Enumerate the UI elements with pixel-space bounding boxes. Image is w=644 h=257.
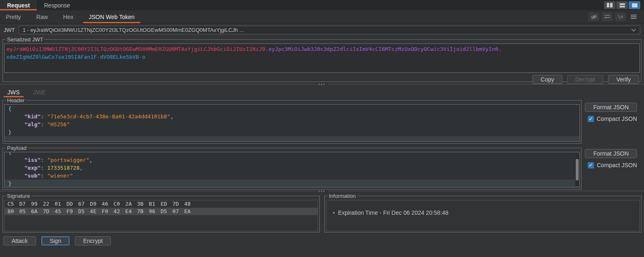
columns-layout-icon: [610, 3, 613, 7]
payload-json-editor[interactable]: { "iss":"portswigger", "exp":1733518728,…: [4, 152, 580, 187]
layout-columns-button[interactable]: [604, 1, 615, 9]
code-line: "sub":"wiener": [5, 172, 579, 180]
header-section: Header { "kid":"71e5e3cd-4cb7-438e-8a01-…: [2, 97, 582, 144]
header-format-json-button[interactable]: Format JSON: [585, 103, 637, 112]
tab-pretty[interactable]: Pretty: [0, 10, 27, 23]
header-row: Header { "kid":"71e5e3cd-4cb7-438e-8a01-…: [0, 97, 644, 144]
code-line: }: [5, 128, 579, 136]
single-pane-icon: [632, 3, 637, 7]
jwt-selector-dropdown[interactable]: 1 - eyJraWQiOiI3MWU1ZTNjZC00Y2I3LTQzOGUt…: [19, 26, 640, 34]
compact-json-label: Compact JSON: [597, 115, 637, 122]
compact-json-label: Compact JSON: [597, 162, 637, 168]
show-newlines-button[interactable]: \n: [615, 12, 626, 21]
attack-button[interactable]: Attack: [3, 236, 36, 245]
rows-layout-icon: [620, 3, 625, 7]
signature-hex-row[interactable]: C5 D7 99 22 01 DD 67 D9 46 C0 2A 3B B1 E…: [5, 200, 318, 208]
tab-jwe[interactable]: JWE: [30, 87, 50, 97]
jwt-signature-part: xdeZIgHdZ9lGwCo7se19SIAFan1F-dVO8ELke5bV…: [6, 54, 146, 60]
splitter-handle[interactable]: •••: [0, 82, 644, 87]
information-list: • Expiration Time - Fri Dec 06 2024 20:5…: [326, 200, 640, 231]
serialized-jwt-section: Serialized JWT eyJraWQiOiI3MWU1ZTNjZC00Y…: [2, 36, 642, 82]
current-line-highlight: }: [5, 180, 579, 187]
payload-row: Payload { "iss":"portswigger", "exp":173…: [0, 144, 644, 190]
payload-legend: Payload: [6, 145, 28, 151]
code-line: "exp":1733518728,: [5, 164, 579, 172]
current-line-highlight: [5, 136, 579, 142]
code-line: "kid":"71e5e3cd-4cb7-438e-8a01-42a4dd410…: [5, 113, 579, 120]
splitter-grip-dots: •••: [316, 82, 328, 87]
payload-format-json-button[interactable]: Format JSON: [585, 149, 637, 158]
bullet-icon: •: [333, 210, 335, 216]
checkbox-checked-icon: ✓: [588, 162, 594, 168]
jwt-line-1: eyJraWQiOiI3MWU1ZTNjZC00Y2I3LTQzOGUtOGEw…: [6, 45, 638, 53]
newline-icon: \n: [618, 14, 623, 19]
soft-wrap-button[interactable]: [602, 12, 613, 21]
payload-controls: Format JSON ✓ Compact JSON: [584, 144, 644, 168]
code-line: {: [5, 105, 579, 113]
serialized-jwt-legend: Serialized JWT: [6, 36, 44, 43]
code-line: "alg":"HS256": [5, 120, 579, 128]
jwt-line-2: xdeZIgHdZ9lGwCo7se19SIAFan1F-dVO8ELke5bV…: [6, 53, 638, 61]
splitter-grip-dots: •••: [316, 190, 328, 193]
payload-compact-json-checkbox[interactable]: ✓ Compact JSON: [588, 162, 637, 168]
hamburger-menu-icon: [631, 14, 637, 19]
tab-jws[interactable]: JWS: [4, 87, 24, 97]
jwt-payload-part: eyJpc3MiOiJwb3J0c3dpZ2dlciIsImV4cCI6MTcz…: [268, 46, 498, 52]
payload-section: Payload { "iss":"portswigger", "exp":173…: [2, 145, 582, 190]
jwt-selected-value: 1 - eyJraWQiOiI3MWU1ZTNjZC00Y2I3LTQzOGUt…: [23, 27, 244, 33]
checkbox-checked-icon: ✓: [588, 116, 594, 122]
signature-legend: Signature: [6, 193, 31, 199]
hide-nonprintable-button[interactable]: [589, 12, 599, 21]
jwt-editor-window: Request Response Pretty Raw Hex JSON Web…: [0, 0, 644, 257]
jwt-separator-dot: .: [265, 46, 268, 52]
word-wrap-icon: [604, 14, 610, 19]
serialized-jwt-editor[interactable]: eyJraWQiOiI3MWU1ZTNjZC00Y2I3LTQzOGUtOGEw…: [4, 43, 640, 73]
tab-raw[interactable]: Raw: [31, 10, 54, 23]
jws-jwe-tab-bar: JWS JWE: [0, 87, 644, 97]
information-item: • Expiration Time - Fri Dec 06 2024 20:5…: [326, 200, 639, 216]
layout-single-pane-button[interactable]: [629, 1, 640, 9]
eye-off-icon: [591, 14, 597, 20]
editor-toolbar: \n: [589, 10, 644, 23]
jwt-selector-row: JWT 1 - eyJraWQiOiI3MWU1ZTNjZC00Y2I3LTQz…: [0, 24, 644, 36]
code-line: "iss":"portswigger",: [5, 156, 579, 164]
layout-view-buttons: [604, 0, 644, 10]
editor-menu-button[interactable]: [628, 12, 639, 21]
chevron-down-icon: [631, 29, 636, 31]
code-line: {: [5, 152, 579, 156]
information-legend: Information: [328, 193, 357, 199]
columns-layout-icon: [607, 3, 609, 7]
header-legend: Header: [6, 97, 26, 103]
signature-hex-view[interactable]: C5 D7 99 22 01 DD 67 D9 46 C0 2A 3B B1 E…: [4, 200, 318, 231]
information-section: Information • Expiration Time - Fri Dec …: [324, 193, 642, 233]
message-tab-bar: Request Response: [0, 0, 644, 10]
expiration-time-text: Expiration Time - Fri Dec 06 2024 20:58:…: [338, 209, 448, 216]
jwt-separator-dot: .: [498, 46, 502, 52]
layout-rows-button[interactable]: [616, 1, 628, 9]
payload-scrollbar[interactable]: [575, 153, 579, 186]
sign-button[interactable]: Sign: [41, 236, 69, 245]
header-compact-json-checkbox[interactable]: ✓ Compact JSON: [588, 115, 637, 122]
header-json-editor[interactable]: { "kid":"71e5e3cd-4cb7-438e-8a01-42a4dd4…: [4, 104, 580, 142]
tab-request[interactable]: Request: [0, 0, 37, 10]
action-button-row: Attack Sign Encrypt: [0, 233, 644, 249]
signature-information-row: Signature C5 D7 99 22 01 DD 67 D9 46 C0 …: [2, 193, 642, 233]
header-controls: Format JSON ✓ Compact JSON: [584, 97, 644, 122]
signature-section: Signature C5 D7 99 22 01 DD 67 D9 46 C0 …: [2, 193, 320, 233]
payload-scrolled-content: { "iss":"portswigger", "exp":1733518728,…: [5, 152, 579, 187]
tab-json-web-token[interactable]: JSON Web Token: [83, 10, 141, 23]
view-mode-tab-bar: Pretty Raw Hex JSON Web Token \n: [0, 10, 644, 24]
encrypt-button[interactable]: Encrypt: [75, 236, 111, 245]
jwt-label: JWT: [4, 27, 15, 33]
splitter-handle[interactable]: •••: [0, 190, 644, 193]
tab-response[interactable]: Response: [37, 0, 77, 10]
scrollbar-thumb[interactable]: [576, 159, 579, 180]
jwt-header-part: eyJraWQiOiI3MWU1ZTNjZC00Y2I3LTQzOGUtOGEw…: [6, 46, 265, 52]
tab-hex[interactable]: Hex: [57, 10, 79, 23]
signature-hex-row-selected[interactable]: 80 05 6A 7D 45 F9 D5 4E F0 42 E4 7B 96 D…: [5, 208, 318, 215]
